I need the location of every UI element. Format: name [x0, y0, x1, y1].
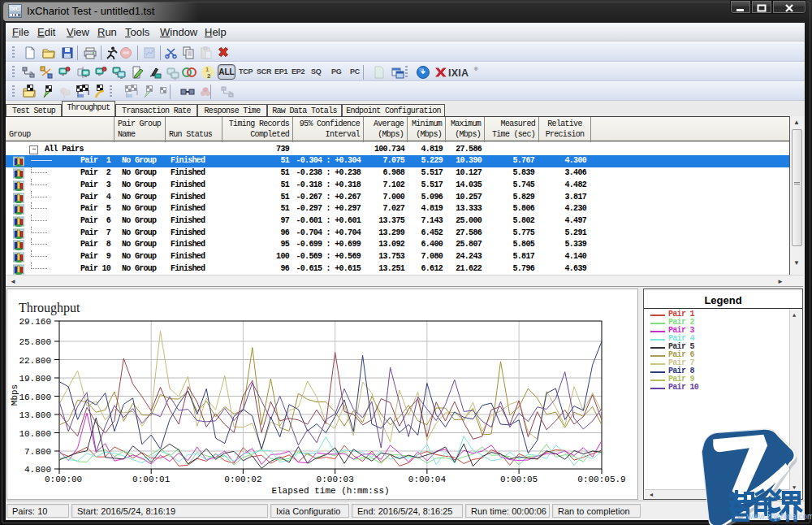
svg-text:22.800: 22.800: [19, 356, 51, 366]
svg-text:7.800: 7.800: [24, 447, 51, 457]
svg-text:0:00:02: 0:00:02: [224, 475, 261, 484]
svg-text:2: 2: [207, 72, 211, 80]
svg-text:0:00:00: 0:00:00: [45, 475, 82, 484]
svg-text:25.800: 25.800: [19, 337, 51, 347]
svg-text:Elapsed time (h:mm:ss): Elapsed time (h:mm:ss): [271, 486, 389, 496]
svg-text:13.800: 13.800: [19, 410, 51, 420]
svg-text:29.160: 29.160: [19, 317, 51, 327]
svg-text:®: ®: [474, 67, 478, 72]
svg-text:IXIA: IXIA: [448, 67, 469, 79]
svg-text:0:00:05: 0:00:05: [500, 475, 538, 484]
svg-text:0:00:01: 0:00:01: [132, 475, 171, 484]
svg-text:19.800: 19.800: [19, 374, 51, 384]
svg-text:Mbps: Mbps: [10, 384, 19, 406]
svg-text:0:00:05.9: 0:00:05.9: [577, 475, 625, 484]
svg-text:16.800: 16.800: [19, 393, 51, 402]
svg-text:0:00:03: 0:00:03: [317, 475, 354, 484]
svg-text:Throughput: Throughput: [19, 301, 80, 315]
svg-text:4.800: 4.800: [24, 465, 51, 475]
svg-text:10.800: 10.800: [19, 429, 51, 439]
svg-text:0:00:04: 0:00:04: [408, 475, 447, 484]
